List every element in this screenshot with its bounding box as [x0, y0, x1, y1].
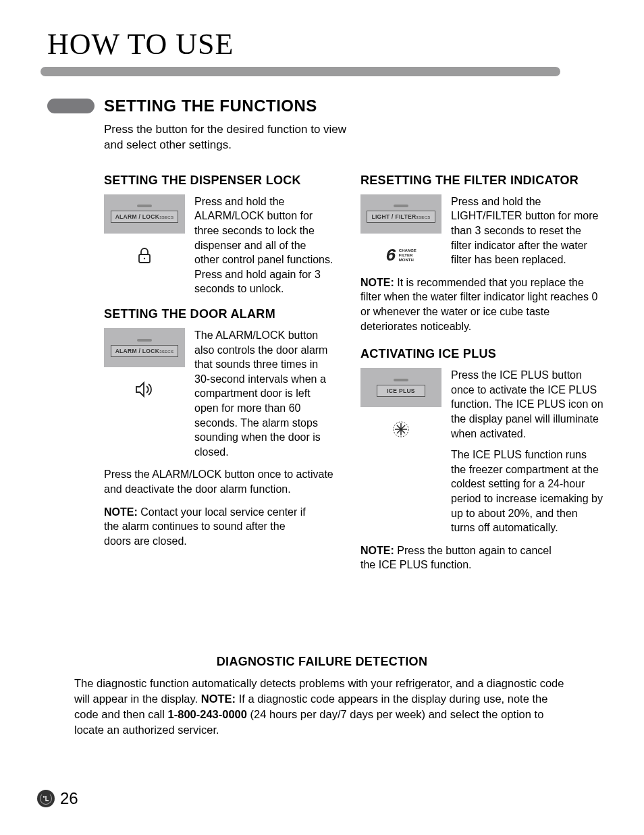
dispenser-lock-title: SETTING THE DISPENSER LOCK — [104, 173, 333, 188]
lock-icon — [134, 246, 155, 266]
diagnostic-body: The diagnostic function automatically de… — [74, 676, 570, 738]
filter-title: RESETTING THE FILTER INDICATOR — [360, 173, 603, 188]
filter-month-icon: 6 CHANGEFILTERMONTH — [385, 246, 417, 266]
ice-plus-button-graphic: ICE PLUS — [360, 368, 441, 407]
left-column: SETTING THE DISPENSER LOCK ALARM / LOCK3… — [104, 173, 333, 581]
section-intro: Press the button for the desired functio… — [104, 122, 367, 153]
snowflake-icon — [391, 419, 411, 439]
svg-point-8 — [43, 796, 45, 797]
page-footer: 26 — [37, 789, 78, 808]
lg-logo-icon — [37, 790, 55, 807]
svg-point-1 — [144, 258, 145, 259]
alarm-lock-button-graphic: ALARM / LOCK3SECS — [104, 194, 185, 234]
page-number: 26 — [60, 789, 78, 808]
door-alarm-note: NOTE: Contact your local service center … — [104, 505, 306, 549]
filter-body: Press and hold the LIGHT/FILTER button f… — [451, 194, 603, 267]
title-divider — [41, 67, 560, 76]
diagnostic-section: DIAGNOSTIC FAILURE DETECTION The diagnos… — [41, 655, 603, 738]
ice-plus-note: NOTE: Press the button again to cancel t… — [360, 543, 556, 572]
alarm-lock-button-graphic-2: ALARM / LOCK3SECS — [104, 328, 185, 367]
door-alarm-title: SETTING THE DOOR ALARM — [104, 307, 333, 321]
filter-note: NOTE: It is recommended that you replace… — [360, 275, 603, 333]
section-title: SETTING THE FUNCTIONS — [104, 97, 317, 115]
section-header: SETTING THE FUNCTIONS — [47, 97, 603, 115]
speaker-icon — [134, 379, 155, 400]
page-title: HOW TO USE — [47, 27, 603, 61]
right-column: RESETTING THE FILTER INDICATOR LIGHT / F… — [360, 173, 603, 581]
ice-plus-body2: The ICE PLUS function runs the freezer c… — [451, 448, 603, 535]
light-filter-button-graphic: LIGHT / FILTER3SECS — [360, 194, 441, 234]
ice-plus-title: ACTIVATING ICE PLUS — [360, 347, 603, 361]
door-alarm-body: The ALARM/LOCK button also controls the … — [194, 328, 333, 459]
door-alarm-para2: Press the ALARM/LOCK button once to acti… — [104, 467, 333, 496]
diagnostic-title: DIAGNOSTIC FAILURE DETECTION — [41, 655, 603, 669]
ice-plus-body1: Press the ICE PLUS button once to activa… — [451, 368, 603, 441]
section-pill — [47, 99, 95, 113]
dispenser-lock-body: Press and hold the ALARM/LOCK button for… — [194, 194, 333, 296]
